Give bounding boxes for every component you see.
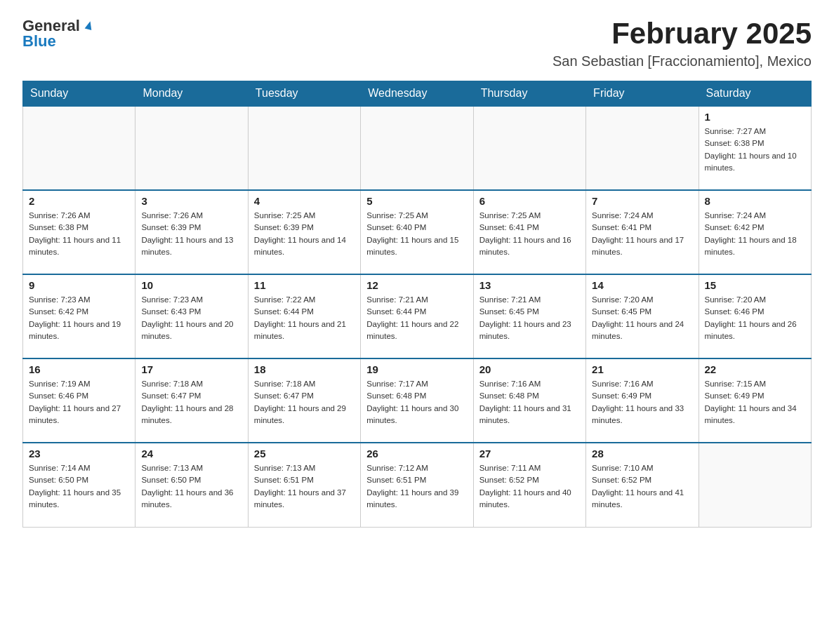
day-info: Sunrise: 7:17 AM Sunset: 6:48 PM Dayligh… <box>366 378 467 427</box>
calendar-cell: 15Sunrise: 7:20 AM Sunset: 6:46 PM Dayli… <box>699 274 811 358</box>
day-of-week-header: Thursday <box>473 81 585 107</box>
calendar-cell: 28Sunrise: 7:10 AM Sunset: 6:52 PM Dayli… <box>586 443 699 527</box>
calendar-cell: 19Sunrise: 7:17 AM Sunset: 6:48 PM Dayli… <box>361 358 473 443</box>
day-number: 13 <box>479 279 580 291</box>
page-header: General Blue February 2025 San Sebastian… <box>22 17 812 69</box>
day-number: 2 <box>29 195 129 207</box>
calendar-cell: 22Sunrise: 7:15 AM Sunset: 6:49 PM Dayli… <box>699 358 811 443</box>
calendar-cell: 26Sunrise: 7:12 AM Sunset: 6:51 PM Dayli… <box>361 443 473 527</box>
day-info: Sunrise: 7:16 AM Sunset: 6:49 PM Dayligh… <box>592 378 692 427</box>
calendar-week-row: 1Sunrise: 7:27 AM Sunset: 6:38 PM Daylig… <box>23 106 812 190</box>
day-info: Sunrise: 7:27 AM Sunset: 6:38 PM Dayligh… <box>705 126 805 174</box>
calendar-cell: 13Sunrise: 7:21 AM Sunset: 6:45 PM Dayli… <box>473 274 585 358</box>
day-number: 7 <box>592 195 692 207</box>
calendar-cell: 23Sunrise: 7:14 AM Sunset: 6:50 PM Dayli… <box>23 443 135 527</box>
day-info: Sunrise: 7:18 AM Sunset: 6:47 PM Dayligh… <box>141 378 241 427</box>
calendar-body: 1Sunrise: 7:27 AM Sunset: 6:38 PM Daylig… <box>23 106 812 527</box>
calendar-cell: 6Sunrise: 7:25 AM Sunset: 6:41 PM Daylig… <box>473 190 585 274</box>
day-info: Sunrise: 7:21 AM Sunset: 6:45 PM Dayligh… <box>479 294 580 342</box>
day-of-week-header: Tuesday <box>248 81 360 107</box>
calendar-cell: 10Sunrise: 7:23 AM Sunset: 6:43 PM Dayli… <box>135 274 248 358</box>
calendar-cell: 17Sunrise: 7:18 AM Sunset: 6:47 PM Dayli… <box>135 358 248 443</box>
calendar-subtitle: San Sebastian [Fraccionamiento], Mexico <box>552 53 812 69</box>
day-number: 27 <box>479 448 580 459</box>
calendar-cell: 25Sunrise: 7:13 AM Sunset: 6:51 PM Dayli… <box>248 443 360 527</box>
calendar-week-row: 9Sunrise: 7:23 AM Sunset: 6:42 PM Daylig… <box>23 274 812 358</box>
day-number: 20 <box>479 363 580 375</box>
day-of-week-header: Wednesday <box>361 81 473 107</box>
calendar-cell: 14Sunrise: 7:20 AM Sunset: 6:45 PM Dayli… <box>586 274 699 358</box>
day-of-week-header: Monday <box>135 81 248 107</box>
day-info: Sunrise: 7:20 AM Sunset: 6:45 PM Dayligh… <box>592 294 692 342</box>
day-number: 24 <box>141 448 241 459</box>
day-number: 16 <box>29 363 129 375</box>
day-info: Sunrise: 7:19 AM Sunset: 6:46 PM Dayligh… <box>29 378 129 427</box>
calendar-cell <box>699 443 811 527</box>
day-info: Sunrise: 7:12 AM Sunset: 6:51 PM Dayligh… <box>366 462 467 511</box>
calendar-cell: 3Sunrise: 7:26 AM Sunset: 6:39 PM Daylig… <box>135 190 248 274</box>
day-number: 3 <box>141 195 241 207</box>
day-of-week-header: Friday <box>586 81 699 107</box>
day-number: 17 <box>141 363 241 375</box>
day-info: Sunrise: 7:25 AM Sunset: 6:40 PM Dayligh… <box>366 210 467 258</box>
day-number: 23 <box>29 448 129 459</box>
day-number: 22 <box>705 363 805 375</box>
day-info: Sunrise: 7:25 AM Sunset: 6:41 PM Dayligh… <box>479 210 580 258</box>
day-number: 12 <box>366 279 467 291</box>
title-block: February 2025 San Sebastian [Fraccionami… <box>552 17 812 69</box>
day-info: Sunrise: 7:26 AM Sunset: 6:39 PM Dayligh… <box>141 210 241 258</box>
calendar-cell <box>248 106 360 190</box>
calendar-cell: 5Sunrise: 7:25 AM Sunset: 6:40 PM Daylig… <box>361 190 473 274</box>
day-number: 10 <box>141 279 241 291</box>
day-number: 5 <box>366 195 467 207</box>
day-info: Sunrise: 7:16 AM Sunset: 6:48 PM Dayligh… <box>479 378 580 427</box>
svg-marker-0 <box>85 20 94 30</box>
day-info: Sunrise: 7:24 AM Sunset: 6:42 PM Dayligh… <box>705 210 805 258</box>
day-number: 9 <box>29 279 129 291</box>
calendar-header: SundayMondayTuesdayWednesdayThursdayFrid… <box>23 81 812 107</box>
day-number: 11 <box>254 279 355 291</box>
day-info: Sunrise: 7:18 AM Sunset: 6:47 PM Dayligh… <box>254 378 355 427</box>
day-number: 6 <box>479 195 580 207</box>
calendar-cell: 20Sunrise: 7:16 AM Sunset: 6:48 PM Dayli… <box>473 358 585 443</box>
day-info: Sunrise: 7:21 AM Sunset: 6:44 PM Dayligh… <box>366 294 467 342</box>
day-number: 4 <box>254 195 355 207</box>
day-number: 19 <box>366 363 467 375</box>
day-info: Sunrise: 7:13 AM Sunset: 6:51 PM Dayligh… <box>254 462 355 511</box>
day-info: Sunrise: 7:23 AM Sunset: 6:42 PM Dayligh… <box>29 294 129 342</box>
calendar-week-row: 2Sunrise: 7:26 AM Sunset: 6:38 PM Daylig… <box>23 190 812 274</box>
day-number: 26 <box>366 448 467 459</box>
calendar-cell: 2Sunrise: 7:26 AM Sunset: 6:38 PM Daylig… <box>23 190 135 274</box>
day-number: 25 <box>254 448 355 459</box>
day-info: Sunrise: 7:20 AM Sunset: 6:46 PM Dayligh… <box>705 294 805 342</box>
day-number: 21 <box>592 363 692 375</box>
day-info: Sunrise: 7:10 AM Sunset: 6:52 PM Dayligh… <box>592 462 692 511</box>
day-number: 1 <box>705 111 805 123</box>
calendar-table: SundayMondayTuesdayWednesdayThursdayFrid… <box>22 81 812 528</box>
calendar-cell: 1Sunrise: 7:27 AM Sunset: 6:38 PM Daylig… <box>699 106 811 190</box>
calendar-week-row: 16Sunrise: 7:19 AM Sunset: 6:46 PM Dayli… <box>23 358 812 443</box>
calendar-cell: 7Sunrise: 7:24 AM Sunset: 6:41 PM Daylig… <box>586 190 699 274</box>
logo-triangle-icon <box>81 17 97 32</box>
calendar-cell <box>473 106 585 190</box>
day-info: Sunrise: 7:15 AM Sunset: 6:49 PM Dayligh… <box>705 378 805 427</box>
day-number: 18 <box>254 363 355 375</box>
calendar-cell <box>23 106 135 190</box>
calendar-cell: 4Sunrise: 7:25 AM Sunset: 6:39 PM Daylig… <box>248 190 360 274</box>
calendar-cell: 27Sunrise: 7:11 AM Sunset: 6:52 PM Dayli… <box>473 443 585 527</box>
calendar-cell: 9Sunrise: 7:23 AM Sunset: 6:42 PM Daylig… <box>23 274 135 358</box>
day-number: 14 <box>592 279 692 291</box>
calendar-cell <box>361 106 473 190</box>
calendar-cell: 18Sunrise: 7:18 AM Sunset: 6:47 PM Dayli… <box>248 358 360 443</box>
day-number: 28 <box>592 448 692 459</box>
calendar-cell: 16Sunrise: 7:19 AM Sunset: 6:46 PM Dayli… <box>23 358 135 443</box>
calendar-cell: 8Sunrise: 7:24 AM Sunset: 6:42 PM Daylig… <box>699 190 811 274</box>
day-info: Sunrise: 7:25 AM Sunset: 6:39 PM Dayligh… <box>254 210 355 258</box>
day-of-week-header: Saturday <box>699 81 811 107</box>
calendar-cell <box>586 106 699 190</box>
day-info: Sunrise: 7:26 AM Sunset: 6:38 PM Dayligh… <box>29 210 129 258</box>
day-info: Sunrise: 7:13 AM Sunset: 6:50 PM Dayligh… <box>141 462 241 511</box>
day-info: Sunrise: 7:24 AM Sunset: 6:41 PM Dayligh… <box>592 210 692 258</box>
day-info: Sunrise: 7:23 AM Sunset: 6:43 PM Dayligh… <box>141 294 241 342</box>
calendar-cell: 21Sunrise: 7:16 AM Sunset: 6:49 PM Dayli… <box>586 358 699 443</box>
